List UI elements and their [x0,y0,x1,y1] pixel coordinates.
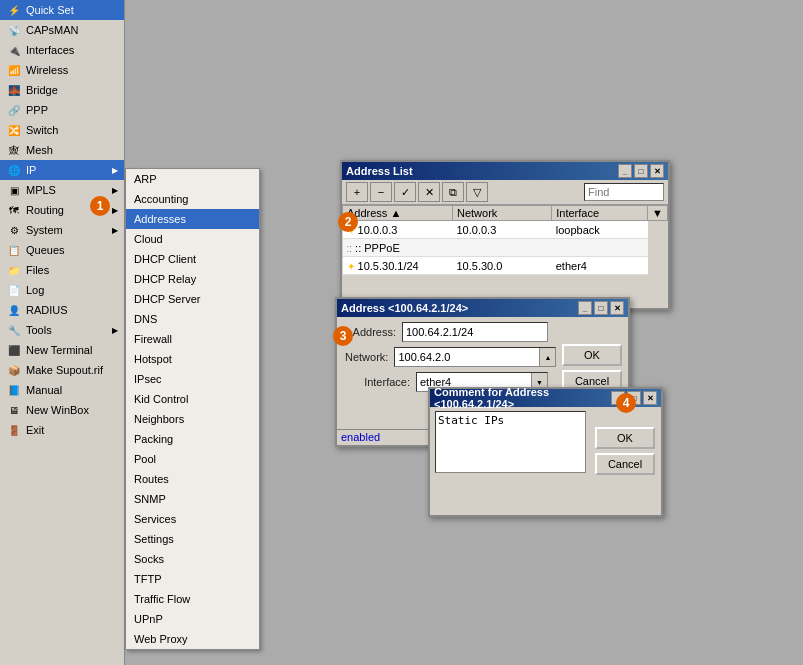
copy-btn[interactable]: ⧉ [442,182,464,202]
sidebar-label-radius: RADIUS [26,304,68,316]
sidebar-item-manual[interactable]: 📘Manual [0,380,124,400]
submenu-item-dns[interactable]: DNS [126,309,259,329]
address-list-title: Address List [346,165,618,177]
comment-cancel-button[interactable]: Cancel [595,453,655,475]
switch-icon: 🔀 [6,122,22,138]
sidebar-label-make-supout: Make Supout.rif [26,364,103,376]
sidebar-item-log[interactable]: 📄Log [0,280,124,300]
submenu-label-web-proxy: Web Proxy [134,633,188,645]
comment-textarea[interactable]: Static IPs [435,411,586,473]
sidebar-item-wireless[interactable]: 📶Wireless [0,60,124,80]
sidebar-label-routing: Routing [26,204,64,216]
submenu-item-dhcp-server[interactable]: DHCP Server [126,289,259,309]
submenu-item-neighbors[interactable]: Neighbors [126,409,259,429]
network-up-btn[interactable]: ▲ [539,348,555,366]
address-input[interactable] [402,322,548,342]
sidebar-label-ip: IP [26,164,36,176]
submenu-item-pool[interactable]: Pool [126,449,259,469]
address-edit-title: Address <100.64.2.1/24> [341,302,578,314]
submenu-item-settings[interactable]: Settings [126,529,259,549]
address-table-container: Address ▲ Network Interface ▼ ✦ 10.0.0.3… [342,205,668,275]
addr-edit-maximize-btn[interactable]: □ [594,301,608,315]
cross-btn[interactable]: ✕ [418,182,440,202]
col-interface[interactable]: Interface [552,206,648,221]
submenu-item-socks[interactable]: Socks [126,549,259,569]
remove-address-btn[interactable]: − [370,182,392,202]
submenu-item-snmp[interactable]: SNMP [126,489,259,509]
sidebar-item-interfaces[interactable]: 🔌Interfaces [0,40,124,60]
table-row[interactable]: :: :: PPPoE [343,239,668,257]
col-network[interactable]: Network [453,206,552,221]
submenu-item-dhcp-relay[interactable]: DHCP Relay [126,269,259,289]
sidebar-item-queues[interactable]: 📋Queues [0,240,124,260]
addr-edit-close-btn[interactable]: ✕ [610,301,624,315]
network-input[interactable] [395,348,539,366]
sidebar-item-switch[interactable]: 🔀Switch [0,120,124,140]
submenu-item-hotspot[interactable]: Hotspot [126,349,259,369]
sidebar-item-mesh[interactable]: 🕸Mesh [0,140,124,160]
submenu-item-kid-control[interactable]: Kid Control [126,389,259,409]
sidebar-label-mesh: Mesh [26,144,53,156]
sidebar-item-ip[interactable]: 🌐IP▶ [0,160,124,180]
filter-btn[interactable]: ▽ [466,182,488,202]
submenu-item-traffic-flow[interactable]: Traffic Flow [126,589,259,609]
sidebar-label-wireless: Wireless [26,64,68,76]
cell-address: ✦ 10.0.0.3 [343,221,453,239]
comment-close-btn[interactable]: ✕ [643,391,657,405]
ok-button[interactable]: OK [562,344,622,366]
submenu-item-firewall[interactable]: Firewall [126,329,259,349]
sidebar-item-make-supout[interactable]: 📦Make Supout.rif [0,360,124,380]
pppoe-icon: :: [347,243,353,254]
addr-edit-minimize-btn[interactable]: _ [578,301,592,315]
submenu-item-accounting[interactable]: Accounting [126,189,259,209]
sidebar-item-system[interactable]: ⚙System▶ [0,220,124,240]
add-address-btn[interactable]: + [346,182,368,202]
find-input[interactable] [584,183,664,201]
sidebar-item-quick-set[interactable]: ⚡Quick Set [0,0,124,20]
sidebar-label-switch: Switch [26,124,58,136]
interface-label: Interface: [345,376,410,388]
submenu-item-dhcp-client[interactable]: DHCP Client [126,249,259,269]
comment-ok-button[interactable]: OK [595,427,655,449]
sidebar-item-ppp[interactable]: 🔗PPP [0,100,124,120]
sidebar-item-new-terminal[interactable]: ⬛New Terminal [0,340,124,360]
addr-list-minimize-btn[interactable]: _ [618,164,632,178]
submenu-item-ipsec[interactable]: IPsec [126,369,259,389]
submenu-item-upnp[interactable]: UPnP [126,609,259,629]
submenu-item-web-proxy[interactable]: Web Proxy [126,629,259,649]
submenu-item-packing[interactable]: Packing [126,429,259,449]
sidebar-item-radius[interactable]: 👤RADIUS [0,300,124,320]
table-row[interactable]: ✦ 10.5.30.1/2410.5.30.0ether4 [343,257,668,275]
addr-list-close-btn[interactable]: ✕ [650,164,664,178]
wireless-icon: 📶 [6,62,22,78]
address-list-titlebar: Address List _ □ ✕ [342,162,668,180]
sidebar-label-new-terminal: New Terminal [26,344,92,356]
col-dropdown[interactable]: ▼ [648,206,668,221]
addr-list-maximize-btn[interactable]: □ [634,164,648,178]
sidebar-item-capsman[interactable]: 📡CAPsMAN [0,20,124,40]
sidebar-item-bridge[interactable]: 🌉Bridge [0,80,124,100]
submenu-item-addresses[interactable]: Addresses [126,209,259,229]
cell-address: :: :: PPPoE [343,239,453,257]
col-address[interactable]: Address ▲ [343,206,453,221]
sidebar-item-tools[interactable]: 🔧Tools▶ [0,320,124,340]
ip-submenu: ARPAccountingAddressesCloudDHCP ClientDH… [125,168,260,650]
submenu-item-tftp[interactable]: TFTP [126,569,259,589]
system-icon: ⚙ [6,222,22,238]
address-table: Address ▲ Network Interface ▼ ✦ 10.0.0.3… [342,205,668,275]
quick-set-icon: ⚡ [6,2,22,18]
sidebar-item-exit[interactable]: 🚪Exit [0,420,124,440]
submenu-item-arp[interactable]: ARP [126,169,259,189]
table-row[interactable]: ✦ 10.0.0.310.0.0.3loopback [343,221,668,239]
submenu-item-routes[interactable]: Routes [126,469,259,489]
sidebar-label-new-winbox: New WinBox [26,404,89,416]
arrow-icon: ▶ [112,326,118,335]
cell-interface [552,239,648,257]
capsman-icon: 📡 [6,22,22,38]
check-btn[interactable]: ✓ [394,182,416,202]
queues-icon: 📋 [6,242,22,258]
submenu-item-cloud[interactable]: Cloud [126,229,259,249]
sidebar-item-new-winbox[interactable]: 🖥New WinBox [0,400,124,420]
submenu-item-services[interactable]: Services [126,509,259,529]
sidebar-item-files[interactable]: 📁Files [0,260,124,280]
